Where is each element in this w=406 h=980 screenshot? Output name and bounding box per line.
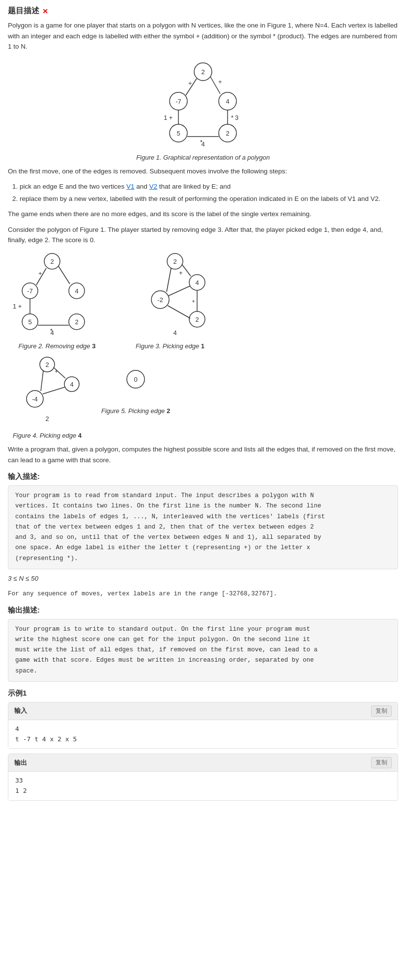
output-io-content: 33 1 2 xyxy=(8,772,398,800)
svg-text:2: 2 xyxy=(226,130,229,137)
figure4-caption: Figure 4. Picking edge 4 xyxy=(8,432,87,439)
svg-text:2: 2 xyxy=(50,258,54,265)
input-io-content: 4 t -7 t 4 x 2 x 5 xyxy=(8,720,398,749)
fig2-bold: 3 xyxy=(92,342,95,350)
figure1-svg: 2 -7 4 5 2 4 + * + 1 + xyxy=(149,57,257,150)
output-value: 33 1 2 xyxy=(15,776,391,796)
figure3-item: 2 4 -2 2 + * 4 xyxy=(121,251,219,350)
svg-line-53 xyxy=(169,286,190,296)
svg-line-51 xyxy=(167,268,171,292)
figure1-area: 2 -7 4 5 2 4 + * + 1 + xyxy=(8,57,398,161)
svg-text:+: + xyxy=(38,270,42,277)
svg-text:+: + xyxy=(188,80,192,87)
on-first-move: On the first move, one of the edges is r… xyxy=(8,166,398,177)
svg-text:0: 0 xyxy=(134,376,137,383)
svg-text:+: + xyxy=(179,269,183,277)
constraint: 3 ≤ N ≤ 50 xyxy=(8,573,398,584)
svg-text:-2: -2 xyxy=(157,296,163,304)
svg-text:1 +: 1 + xyxy=(164,114,173,121)
svg-text:-7: -7 xyxy=(27,287,33,295)
fig5-bold: 2 xyxy=(167,407,170,415)
figure5-svg: 0 xyxy=(104,355,168,404)
figure5-caption: Figure 5. Picking edge 2 xyxy=(101,407,170,415)
example-title: 示例1 xyxy=(8,689,398,698)
figure4-svg: 2 4 -4 + 2 xyxy=(8,355,87,428)
svg-text:4: 4 xyxy=(226,98,229,105)
section-title: 题目描述 ✕ xyxy=(8,6,398,16)
svg-text:-7: -7 xyxy=(175,98,181,105)
svg-text:2: 2 xyxy=(45,361,49,368)
fig3-bold: 1 xyxy=(201,342,204,350)
input-label: 输入 xyxy=(14,706,27,715)
svg-text:4: 4 xyxy=(195,279,199,286)
input-copy-button[interactable]: 复制 xyxy=(371,705,392,717)
output-title: 输出描述: xyxy=(8,606,398,615)
figure3-svg: 2 4 -2 2 + * 4 xyxy=(121,251,219,339)
svg-line-55 xyxy=(168,306,190,318)
output-io-header: 输出 复制 xyxy=(8,754,398,772)
output-io-block: 输出 复制 33 1 2 xyxy=(8,754,398,801)
steps-list: pick an edge E and the two vertices V1 a… xyxy=(20,181,398,205)
svg-text:5: 5 xyxy=(28,318,31,326)
fig4-bold: 4 xyxy=(78,432,82,439)
close-icon[interactable]: ✕ xyxy=(42,7,48,15)
example-section: 示例1 输入 复制 4 t -7 t 4 x 2 x 5 输出 复制 33 1 … xyxy=(8,689,398,801)
figure5-item: 0 Figure 5. Picking edge 2 xyxy=(101,355,170,415)
figure4-item: 2 4 -4 + 2 Figure 4. Picking edge 4 xyxy=(8,355,87,439)
figure2-svg: 2 -7 4 5 2 4 + xyxy=(8,251,106,339)
svg-text:2: 2 xyxy=(201,68,204,76)
step-2: replace them by a new vertex, labelled w… xyxy=(20,194,398,205)
input-io-block: 输入 复制 4 t -7 t 4 x 2 x 5 xyxy=(8,702,398,749)
page-container: 题目描述 ✕ Polygon is a game for one player … xyxy=(0,0,406,812)
input-code-block: Your program is to read from standard in… xyxy=(8,485,398,569)
step-2-text: replace them by a new vertex, labelled w… xyxy=(20,195,380,202)
constraint-text: 3 ≤ N ≤ 50 xyxy=(8,575,38,582)
output-code-block: Your program is to write to standard out… xyxy=(8,619,398,682)
svg-line-35 xyxy=(58,266,70,284)
svg-text:3: 3 xyxy=(235,114,238,121)
description-p1: Polygon is a game for one player that st… xyxy=(8,20,398,52)
write-program: Write a program that, given a polygon, c… xyxy=(8,444,398,465)
svg-text:*: * xyxy=(50,327,53,335)
svg-text:*: * xyxy=(231,114,233,121)
svg-text:2: 2 xyxy=(195,316,199,323)
input-value: 4 t -7 t 4 x 2 x 5 xyxy=(15,724,391,745)
figure2-item: 2 -7 4 5 2 4 + xyxy=(8,251,106,350)
figure2-caption: Figure 2. Removing edge 3 xyxy=(8,342,106,350)
game-ends: The game ends when there are no more edg… xyxy=(8,209,398,220)
svg-text:2: 2 xyxy=(75,318,78,326)
step-1-text: pick an edge E and the two vertices V1 a… xyxy=(20,183,231,190)
svg-text:1 +: 1 + xyxy=(13,303,22,310)
svg-text:*: * xyxy=(200,139,203,146)
svg-text:2: 2 xyxy=(45,415,49,422)
svg-line-52 xyxy=(182,264,191,276)
svg-text:-4: -4 xyxy=(32,395,38,403)
svg-line-64 xyxy=(41,371,43,391)
output-label: 输出 xyxy=(14,758,27,767)
section-title-text: 题目描述 xyxy=(8,6,39,16)
input-title: 输入描述: xyxy=(8,472,398,481)
figures-row-23: 2 -7 4 5 2 4 + xyxy=(8,251,398,350)
constraint-note: For any sequence of moves, vertex labels… xyxy=(8,589,398,599)
svg-text:4: 4 xyxy=(173,329,176,336)
svg-text:4: 4 xyxy=(75,287,78,295)
svg-text:+: + xyxy=(218,78,222,85)
svg-text:*: * xyxy=(192,299,195,306)
consider-text: Consider the polygon of Figure 1. The pl… xyxy=(8,224,398,246)
step-1: pick an edge E and the two vertices V1 a… xyxy=(20,181,398,193)
svg-text:2: 2 xyxy=(173,258,176,265)
input-io-header: 输入 复制 xyxy=(8,702,398,720)
svg-text:5: 5 xyxy=(176,130,180,137)
output-copy-button[interactable]: 复制 xyxy=(371,757,392,768)
figure3-caption: Figure 3. Picking edge 1 xyxy=(121,342,219,350)
figures-row-45: 2 4 -4 + 2 Figure 4. Picking edge 4 xyxy=(8,355,398,439)
svg-text:4: 4 xyxy=(70,381,73,388)
svg-line-66 xyxy=(43,387,65,394)
figure1-caption: Figure 1. Graphical representation of a … xyxy=(8,154,398,161)
